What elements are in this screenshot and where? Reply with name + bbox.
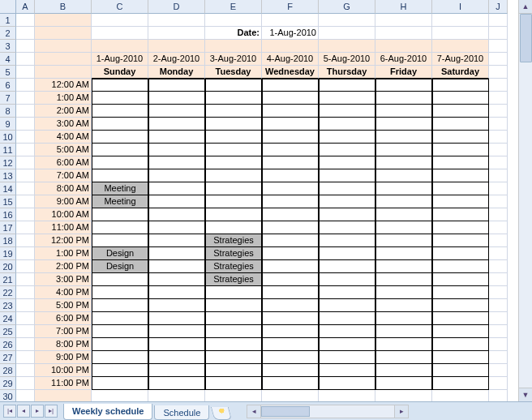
cell[interactable] xyxy=(148,92,205,105)
cell[interactable] xyxy=(16,234,35,247)
cell[interactable] xyxy=(16,351,35,364)
cell[interactable] xyxy=(432,40,489,53)
cell[interactable] xyxy=(319,273,375,286)
cell[interactable]: 2:00 AM xyxy=(35,105,92,118)
cell[interactable] xyxy=(319,338,375,351)
cell[interactable] xyxy=(319,92,375,105)
cell[interactable] xyxy=(262,273,319,286)
cell[interactable] xyxy=(375,27,432,40)
cell[interactable] xyxy=(148,144,205,156)
cell[interactable] xyxy=(319,156,375,169)
scroll-left-button[interactable]: ◂ xyxy=(247,405,261,418)
cell[interactable]: 4-Aug-2010 xyxy=(262,53,319,66)
cell[interactable] xyxy=(432,92,489,105)
cell[interactable] xyxy=(148,312,205,325)
cell[interactable] xyxy=(489,92,508,105)
cell[interactable] xyxy=(319,40,375,53)
cell[interactable] xyxy=(262,325,319,338)
cell[interactable] xyxy=(92,156,148,169)
new-sheet-button[interactable] xyxy=(211,407,232,420)
cell[interactable] xyxy=(262,156,319,169)
cell[interactable] xyxy=(262,92,319,105)
cell[interactable] xyxy=(319,221,375,234)
row-header-15[interactable]: 15 xyxy=(0,195,16,208)
cell[interactable]: 4:00 AM xyxy=(35,131,92,144)
cell[interactable] xyxy=(92,40,148,53)
cell[interactable] xyxy=(375,247,432,260)
cell[interactable]: 8:00 PM xyxy=(35,338,92,351)
cell[interactable]: 6:00 AM xyxy=(35,156,92,169)
cell[interactable] xyxy=(489,27,508,40)
cell[interactable] xyxy=(489,299,508,312)
cell[interactable] xyxy=(375,377,432,390)
cell[interactable]: 5-Aug-2010 xyxy=(319,53,375,66)
cell[interactable] xyxy=(16,195,35,208)
cell[interactable] xyxy=(16,182,35,195)
cell[interactable] xyxy=(262,299,319,312)
cell[interactable] xyxy=(35,27,92,40)
col-header-I[interactable]: I xyxy=(432,0,489,14)
cell[interactable] xyxy=(16,27,35,40)
cell[interactable] xyxy=(319,144,375,156)
cell[interactable] xyxy=(489,364,508,377)
row-header-27[interactable]: 27 xyxy=(0,351,16,364)
row-header-29[interactable]: 29 xyxy=(0,377,16,390)
row-header-13[interactable]: 13 xyxy=(0,169,16,182)
cell[interactable] xyxy=(148,299,205,312)
cell[interactable] xyxy=(489,247,508,260)
cell[interactable] xyxy=(432,260,489,273)
cell[interactable] xyxy=(432,195,489,208)
hscroll-track[interactable] xyxy=(261,405,394,418)
cell[interactable]: 1:00 AM xyxy=(35,92,92,105)
cell[interactable] xyxy=(489,131,508,144)
cell[interactable] xyxy=(16,169,35,182)
cell[interactable] xyxy=(432,325,489,338)
cell[interactable]: Design xyxy=(92,247,148,260)
cell[interactable] xyxy=(205,118,262,131)
cell[interactable]: Meeting xyxy=(92,182,148,195)
cell[interactable] xyxy=(319,79,375,92)
cell[interactable]: 8:00 AM xyxy=(35,182,92,195)
cell[interactable] xyxy=(432,286,489,299)
cell[interactable] xyxy=(205,169,262,182)
cell[interactable] xyxy=(432,144,489,156)
cell[interactable] xyxy=(375,299,432,312)
cell[interactable] xyxy=(262,364,319,377)
cell[interactable] xyxy=(148,131,205,144)
cell[interactable] xyxy=(148,169,205,182)
cell[interactable] xyxy=(432,247,489,260)
row-header-8[interactable]: 8 xyxy=(0,105,16,118)
col-header-J[interactable]: J xyxy=(489,0,508,14)
cell[interactable] xyxy=(262,169,319,182)
cell[interactable]: 7-Aug-2010 xyxy=(432,53,489,66)
cell[interactable] xyxy=(432,169,489,182)
cell[interactable] xyxy=(16,377,35,390)
cell[interactable] xyxy=(16,312,35,325)
cell[interactable] xyxy=(489,53,508,66)
row-header-28[interactable]: 28 xyxy=(0,364,16,377)
cell[interactable] xyxy=(148,247,205,260)
cell[interactable] xyxy=(375,286,432,299)
cell[interactable] xyxy=(262,208,319,221)
cell[interactable] xyxy=(432,14,489,27)
cell[interactable] xyxy=(489,144,508,156)
cell[interactable] xyxy=(92,14,148,27)
cell[interactable] xyxy=(262,14,319,27)
cell[interactable] xyxy=(16,299,35,312)
cell[interactable] xyxy=(205,144,262,156)
cell[interactable] xyxy=(319,195,375,208)
cell[interactable] xyxy=(205,156,262,169)
cell[interactable]: Strategies xyxy=(205,260,262,273)
cell[interactable] xyxy=(148,118,205,131)
cell[interactable] xyxy=(432,79,489,92)
cell[interactable] xyxy=(489,66,508,79)
cell[interactable]: 3-Aug-2010 xyxy=(205,53,262,66)
cell[interactable] xyxy=(489,182,508,195)
cell[interactable] xyxy=(375,364,432,377)
col-header-C[interactable]: C xyxy=(92,0,148,14)
cell[interactable] xyxy=(205,364,262,377)
cell[interactable] xyxy=(489,286,508,299)
cell[interactable] xyxy=(489,169,508,182)
cell[interactable] xyxy=(375,118,432,131)
cell[interactable] xyxy=(375,40,432,53)
